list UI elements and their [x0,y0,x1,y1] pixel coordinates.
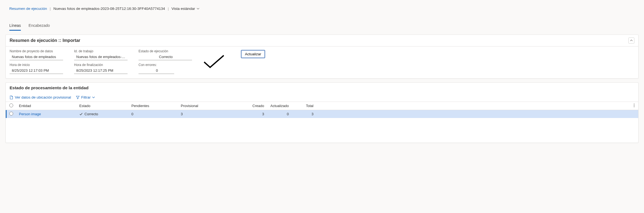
radio-icon [9,103,13,107]
chevron-down-icon [92,96,95,99]
field-value[interactable]: Nuevas fotos de empleados [10,54,63,60]
col-pending[interactable]: Pendientes [129,102,179,110]
entity-card: Estado de procesamiento de la entidad Ve… [5,82,639,143]
collapse-button[interactable] [628,38,634,44]
field-value[interactable]: 8/25/2023 12:17:25 PM [74,67,128,74]
col-updated[interactable]: Actualizado [266,102,291,110]
tab-header[interactable]: Encabezado [29,22,50,31]
field-label: Con errores: [139,63,192,67]
svg-point-0 [634,104,635,105]
entity-header: Estado de procesamiento de la entidad [6,83,638,93]
entity-table: Entidad Estado Pendientes Provisional Cr… [6,102,638,118]
checkmark-icon [79,112,83,116]
view-selector-label: Vista estándar [171,7,195,11]
staging-cell: 3 [179,110,247,118]
filter-label: Filtrar [81,95,91,99]
breadcrumb-separator: | [50,7,51,11]
field-label: Id. de trabajo [74,49,128,53]
summary-card: Resumen de ejecución :: Importar Nombre … [5,34,639,79]
created-cell: 3 [247,110,266,118]
col-more[interactable] [630,102,638,110]
breadcrumb: Resumen de ejecución | Nuevas fotos de e… [5,0,639,12]
field-start-time: Hora de inicio 8/25/2023 12:17:03 PM [10,63,63,74]
entity-link[interactable]: Person image [19,112,41,116]
field-exec-status: Estado de ejecución Correcto [139,49,192,60]
document-icon [10,96,13,99]
filter-link[interactable]: Filtrar [76,95,95,99]
summary-title: Resumen de ejecución :: Importar [10,38,80,43]
field-label: Nombre de proyecto de datos [10,49,63,53]
view-selector[interactable]: Vista estándar [171,7,199,11]
updated-cell: 0 [266,110,291,118]
svg-point-1 [634,105,635,106]
pending-cell: 0 [129,110,179,118]
field-label: Hora de finalización [74,63,128,67]
col-created[interactable]: Creado [247,102,266,110]
row-select[interactable] [6,110,17,118]
field-value[interactable]: Nuevas fotos de empleados-20... [74,54,128,60]
breadcrumb-separator: | [168,7,169,11]
field-label: Hora de inicio [10,63,63,67]
field-job-id: Id. de trabajo Nuevas fotos de empleados… [74,49,128,60]
field-errors: Con errores: 0 [139,63,192,74]
filter-icon [76,96,80,99]
field-end-time: Hora de finalización 8/25/2023 12:17:25 … [74,63,128,74]
col-status[interactable]: Estado [77,102,129,110]
field-project-name: Nombre de proyecto de datos Nuevas fotos… [10,49,63,60]
breadcrumb-current: Nuevas fotos de empleados-2023-08-25T12:… [53,7,165,11]
col-spacer [316,102,630,110]
view-staging-link[interactable]: Ver datos de ubicación provisional [10,95,71,99]
field-value[interactable]: Correcto [139,54,192,60]
chevron-up-icon [630,39,633,42]
field-value[interactable]: 8/25/2023 12:17:03 PM [10,67,63,74]
field-label: Estado de ejecución [139,49,192,53]
table-row[interactable]: Person image Correcto 0 3 3 0 3 [6,110,638,118]
radio-icon [9,112,13,116]
svg-point-2 [634,106,635,107]
tab-lines[interactable]: Líneas [9,22,21,31]
col-staging[interactable]: Provisional [179,102,247,110]
entity-title: Estado de procesamiento de la entidad [10,85,89,90]
col-entity[interactable]: Entidad [17,102,77,110]
checkmark-icon [203,54,225,70]
view-staging-label: Ver datos de ubicación provisional [15,95,71,99]
summary-fields: Nombre de proyecto de datos Nuevas fotos… [6,47,638,76]
tabs: Líneas Encabezado [5,12,639,31]
refresh-button[interactable]: Actualizar [241,50,265,58]
breadcrumb-root-link[interactable]: Resumen de ejecución [9,7,47,11]
entity-toolbar: Ver datos de ubicación provisional Filtr… [6,93,638,102]
col-select[interactable] [6,102,17,110]
status-cell: Correcto [79,112,127,116]
total-cell: 3 [291,110,316,118]
col-total[interactable]: Total [291,102,316,110]
status-text: Correcto [84,112,98,116]
chevron-down-icon [197,7,199,10]
more-vertical-icon [634,103,635,107]
summary-header: Resumen de ejecución :: Importar [6,35,638,46]
field-value[interactable]: 0 [139,67,174,74]
